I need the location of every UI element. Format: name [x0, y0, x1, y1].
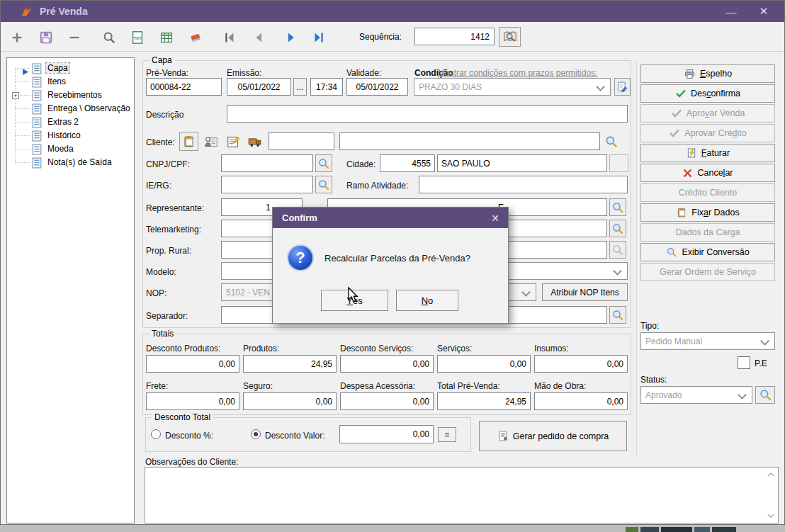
- printer-icon: [684, 68, 696, 80]
- emissao-more-button[interactable]: ...: [293, 78, 307, 96]
- scroll-down-icon[interactable]: [766, 511, 776, 520]
- telemarketing-lookup-button[interactable]: [609, 220, 626, 237]
- capa-group-legend: Capa: [149, 55, 175, 65]
- ierg-label: IE/RG:: [146, 181, 171, 191]
- status-combobox[interactable]: Aprovado: [640, 386, 752, 404]
- gerar-pedido-compra-button[interactable]: Gerar pedido de compra: [479, 421, 627, 451]
- ramo-atividade-input[interactable]: [419, 176, 628, 193]
- window-title: Pré Venda: [40, 6, 88, 17]
- nav-next-button[interactable]: [281, 28, 300, 47]
- save-button[interactable]: [36, 28, 55, 47]
- search-button[interactable]: [99, 28, 118, 47]
- clear-eraser-button[interactable]: [186, 28, 205, 47]
- fixar-dados-button[interactable]: Fixar Dados: [640, 203, 775, 222]
- total-field-input[interactable]: 0,00: [437, 355, 531, 373]
- scroll-up-icon[interactable]: [766, 470, 776, 479]
- desconto-pct-radio[interactable]: [151, 429, 161, 439]
- delivery-truck-icon[interactable]: [245, 134, 265, 149]
- status-lookup-button[interactable]: [755, 386, 775, 404]
- pre-venda-label: Pré-Venda:: [146, 68, 188, 78]
- atribuir-nop-itens-button[interactable]: Atribuir NOP Itens: [542, 283, 628, 301]
- exibir-convers-o-button[interactable]: Exibir Conversão: [640, 243, 775, 261]
- total-field-input[interactable]: 0,00: [146, 355, 239, 373]
- cliente-lookup-magnifier-icon[interactable]: [604, 134, 619, 149]
- total-field-input[interactable]: 0,00: [534, 392, 628, 410]
- total-field-input[interactable]: 0,00: [534, 355, 628, 373]
- desconto-valor-radio[interactable]: [251, 429, 261, 439]
- ierg-lookup-button[interactable]: [315, 176, 332, 193]
- desconto-valor-input[interactable]: 0,00: [339, 425, 434, 443]
- observacoes-textarea[interactable]: [145, 467, 779, 523]
- sequence-lookup-button[interactable]: [499, 27, 521, 47]
- cnpj-lookup-button[interactable]: [315, 154, 332, 172]
- sidebar-item-capa[interactable]: Capa: [9, 62, 132, 75]
- client-search-icon[interactable]: [202, 134, 220, 149]
- client-form-icon[interactable]: [224, 134, 242, 149]
- espelho-button[interactable]: Espelho: [640, 64, 775, 83]
- sidebar-item-label: Entrega \ Observação: [46, 103, 132, 113]
- new-record-button[interactable]: [7, 28, 26, 47]
- sidebar-item-entrega-observa-o[interactable]: Entrega \ Observação: [9, 102, 132, 115]
- total-field-label: Seguro:: [243, 381, 273, 391]
- cnpj-input[interactable]: [221, 154, 313, 172]
- desconfirma-button[interactable]: Desconfirma: [640, 84, 775, 103]
- modelo-label: Modelo:: [146, 267, 176, 277]
- check-green-icon: [675, 88, 687, 99]
- total-field-input[interactable]: 0,00: [243, 392, 337, 410]
- cidade-name-input[interactable]: SAO PAULO: [437, 154, 607, 172]
- validade-label: Validade:: [346, 68, 381, 78]
- cliente-name-input[interactable]: [339, 132, 600, 150]
- cancelar-button[interactable]: Cancelar: [640, 164, 775, 182]
- condicao-combobox[interactable]: PRAZO 30 DIAS: [414, 78, 611, 96]
- representante-label: Representante:: [146, 203, 204, 213]
- sidebar-item-nota-s-de-sa-da[interactable]: Nota(s) de Saída: [9, 156, 132, 169]
- gerar-pedido-label: Gerar pedido de compra: [513, 431, 609, 441]
- total-field-input[interactable]: 24,95: [437, 392, 531, 410]
- emissao-date-input[interactable]: 05/01/2022: [227, 78, 291, 96]
- sidebar-item-hist-rico[interactable]: Histórico: [9, 129, 132, 142]
- action-button-label: Desconfirma: [691, 89, 740, 98]
- validade-input[interactable]: 05/01/2022: [346, 78, 408, 96]
- total-field-input[interactable]: 0,00: [340, 392, 434, 410]
- total-field-input[interactable]: 0,00: [146, 392, 239, 410]
- grid-view-button[interactable]: [157, 28, 176, 47]
- nav-first-button[interactable]: [220, 28, 239, 47]
- condicoes-prazos-link[interactable]: Mostrar condições com prazos permitidos:: [438, 68, 597, 78]
- total-field-input[interactable]: 0,00: [340, 355, 434, 373]
- delete-record-button[interactable]: [64, 28, 84, 47]
- sidebar-item-recebimentos[interactable]: +Recebimentos: [9, 89, 132, 102]
- total-field-label: Serviços:: [437, 344, 472, 353]
- sidebar-item-moeda[interactable]: Moeda: [9, 142, 132, 156]
- cliente-code-input[interactable]: [269, 132, 334, 150]
- total-field-label: Desconto Produtos:: [146, 344, 220, 353]
- confirm-dialog-titlebar: Confirm ✕: [273, 208, 508, 228]
- nav-prev-button[interactable]: [249, 28, 268, 47]
- desconto-equals-button[interactable]: =: [438, 427, 456, 442]
- no-button[interactable]: No: [396, 290, 458, 311]
- txt-export-icon[interactable]: TXT: [128, 28, 147, 47]
- nav-last-button[interactable]: [309, 28, 328, 47]
- pe-checkbox[interactable]: [738, 356, 750, 369]
- action-button-label: Fixar Dados: [691, 208, 739, 217]
- ierg-input[interactable]: [221, 176, 313, 193]
- separador-lookup-button[interactable]: [609, 306, 626, 324]
- tipo-combobox[interactable]: Pedido Manual: [640, 332, 775, 350]
- tree-expander-icon[interactable]: +: [12, 92, 19, 99]
- close-button[interactable]: ✕: [747, 1, 780, 22]
- cidade-code-input[interactable]: 4555: [380, 154, 435, 172]
- minimize-button[interactable]: —: [715, 1, 747, 22]
- emissao-time-input[interactable]: 17:34: [310, 78, 343, 96]
- sequence-input[interactable]: 1412: [414, 28, 495, 45]
- representante-lookup-button[interactable]: [609, 198, 626, 216]
- paste-client-button[interactable]: [179, 132, 198, 151]
- condicao-edit-button[interactable]: [614, 78, 631, 96]
- action-button-label: Cancelar: [697, 168, 733, 178]
- sidebar-item-extras-2[interactable]: Extras 2: [9, 115, 132, 129]
- descricao-input[interactable]: [227, 105, 628, 123]
- app-logo-icon: [21, 6, 33, 18]
- faturar-button[interactable]: Faturar: [640, 144, 775, 162]
- total-field-input[interactable]: 24,95: [243, 355, 337, 373]
- confirm-dialog-close-button[interactable]: ✕: [491, 213, 499, 224]
- sidebar-item-itens[interactable]: Itens: [9, 75, 132, 89]
- pre-venda-input[interactable]: 000084-22: [146, 78, 222, 96]
